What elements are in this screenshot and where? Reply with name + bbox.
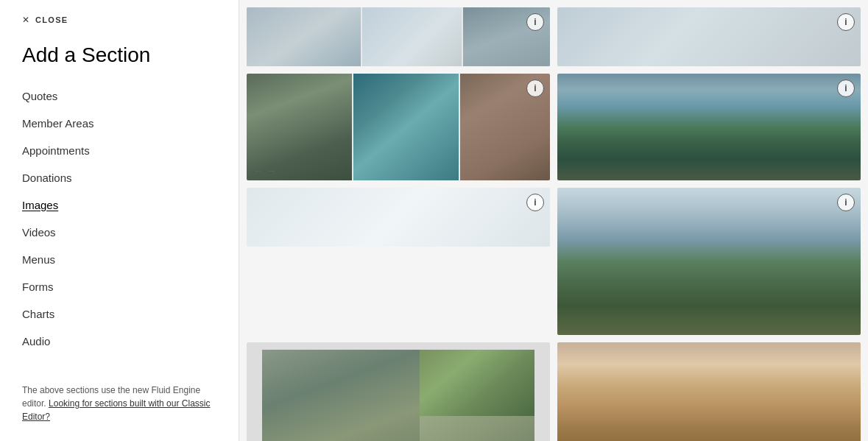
- sidebar: ✕ CLOSE Add a Section Quotes Member Area…: [0, 0, 239, 441]
- section-nav: Quotes Member Areas Appointments Donatio…: [0, 82, 239, 355]
- card-image: [353, 74, 459, 180]
- card-image: [247, 74, 352, 180]
- sidebar-footer: The above sections use the new Fluid Eng…: [0, 366, 239, 441]
- section-card[interactable]: [247, 342, 550, 441]
- info-button[interactable]: i: [837, 80, 855, 97]
- info-button[interactable]: i: [837, 13, 855, 31]
- sidebar-item-donations[interactable]: Donations: [0, 164, 239, 191]
- section-gallery: i i ← → i i i i: [239, 0, 868, 441]
- sidebar-item-videos[interactable]: Videos: [0, 219, 239, 246]
- section-card[interactable]: i: [247, 7, 550, 66]
- card-image: [362, 7, 462, 66]
- sidebar-item-member-areas[interactable]: Member Areas: [0, 110, 239, 137]
- info-button[interactable]: i: [526, 194, 544, 211]
- sidebar-item-menus[interactable]: Menus: [0, 246, 239, 273]
- close-icon: ✕: [22, 15, 29, 25]
- close-label: CLOSE: [35, 15, 68, 24]
- prev-arrow-icon: ←: [254, 166, 263, 176]
- classic-editor-link[interactable]: Looking for sections built with our Clas…: [22, 398, 210, 422]
- info-button[interactable]: i: [837, 194, 855, 211]
- gallery-arrows: ← →: [254, 166, 276, 176]
- section-card[interactable]: i: [557, 188, 861, 335]
- info-button[interactable]: i: [526, 13, 544, 31]
- sidebar-item-appointments[interactable]: Appointments: [0, 137, 239, 164]
- sidebar-item-quotes[interactable]: Quotes: [0, 82, 239, 110]
- card-image: [262, 350, 429, 441]
- section-card[interactable]: [557, 342, 861, 441]
- sidebar-item-forms[interactable]: Forms: [0, 273, 239, 300]
- next-arrow-icon: →: [267, 166, 276, 176]
- card-image: [247, 7, 361, 66]
- section-card[interactable]: i: [557, 74, 861, 180]
- card-image: [420, 350, 535, 423]
- sidebar-item-images[interactable]: Images: [0, 191, 239, 219]
- page-title: Add a Section: [0, 37, 239, 82]
- sidebar-item-charts[interactable]: Charts: [0, 300, 239, 328]
- section-card[interactable]: i: [557, 7, 861, 66]
- section-card[interactable]: i: [247, 188, 550, 247]
- sidebar-item-audio[interactable]: Audio: [0, 328, 239, 355]
- info-button[interactable]: i: [526, 80, 544, 97]
- section-card[interactable]: ← → i: [247, 74, 550, 180]
- close-button[interactable]: ✕ CLOSE: [0, 0, 239, 37]
- card-image: [420, 416, 535, 441]
